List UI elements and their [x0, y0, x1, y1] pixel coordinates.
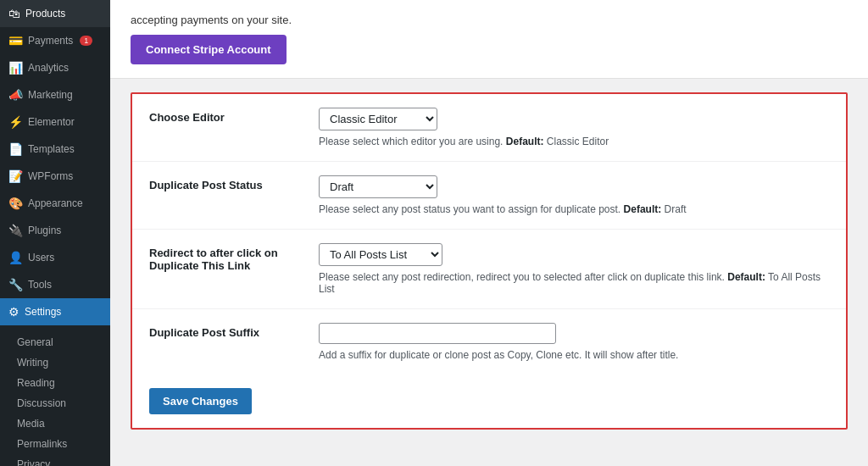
settings-label-duplicate-post-suffix: Duplicate Post Suffix [149, 323, 302, 339]
sidebar-item-tools[interactable]: 🔧Tools [0, 271, 110, 298]
sidebar-item-label-users: Users [28, 252, 54, 264]
sidebar-sub-item-general[interactable]: General [0, 332, 110, 352]
templates-icon: 📄 [8, 142, 23, 156]
sidebar-item-marketing[interactable]: 📣Marketing [0, 81, 110, 108]
sidebar-item-elementor[interactable]: ⚡Elementor [0, 108, 110, 136]
settings-icon: ⚙ [8, 305, 19, 319]
settings-panel: Choose EditorClassic EditorBlock EditorP… [131, 92, 848, 430]
sidebar: 🛍Products💳Payments1📊Analytics📣Marketing⚡… [0, 0, 110, 466]
appearance-icon: 🎨 [8, 197, 23, 210]
plugins-icon: 🔌 [8, 224, 23, 237]
sidebar-item-label-analytics: Analytics [28, 62, 69, 74]
analytics-icon: 📊 [8, 61, 23, 75]
settings-row-redirect-after-duplicate: Redirect to after click on Duplicate Thi… [132, 230, 846, 309]
settings-row-choose-editor: Choose EditorClassic EditorBlock EditorP… [132, 94, 846, 162]
sidebar-item-users[interactable]: 👤Users [0, 244, 110, 271]
settings-desc-duplicate-post-status: Please select any post status you want t… [319, 203, 829, 215]
sidebar-sub-item-reading[interactable]: Reading [0, 373, 110, 393]
products-icon: 🛍 [8, 7, 20, 20]
settings-control-duplicate-post-suffix: Add a suffix for duplicate or clone post… [319, 323, 829, 361]
sidebar-item-label-settings: Settings [25, 306, 61, 318]
settings-desc-redirect-after-duplicate: Please select any post redirection, redi… [319, 271, 829, 295]
settings-label-duplicate-post-status: Duplicate Post Status [149, 175, 302, 191]
sidebar-item-analytics[interactable]: 📊Analytics [0, 54, 110, 81]
choose-editor-select[interactable]: Classic EditorBlock Editor [319, 108, 437, 130]
duplicate-post-status-select[interactable]: DraftPublishedPending [319, 175, 437, 198]
settings-label-choose-editor: Choose Editor [149, 108, 302, 124]
duplicate-post-suffix-input[interactable] [319, 323, 556, 344]
sidebar-sub-item-permalinks[interactable]: Permalinks [0, 434, 110, 454]
sidebar-item-products[interactable]: 🛍Products [0, 0, 110, 27]
stripe-description: accepting payments on your site. [131, 14, 848, 26]
settings-desc-choose-editor: Please select which editor you are using… [319, 136, 829, 147]
marketing-icon: 📣 [8, 88, 23, 102]
save-row: Save Changes [132, 374, 846, 428]
sidebar-item-label-payments: Payments [28, 35, 73, 47]
sidebar-item-label-appearance: Appearance [28, 197, 83, 209]
sidebar-item-label-marketing: Marketing [28, 89, 73, 101]
sidebar-item-label-products: Products [25, 8, 65, 19]
sidebar-sub-item-discussion[interactable]: Discussion [0, 393, 110, 413]
payments-icon: 💳 [8, 34, 23, 47]
settings-label-redirect-after-duplicate: Redirect to after click on Duplicate Thi… [149, 243, 302, 272]
wpforms-icon: 📝 [8, 169, 23, 183]
settings-control-choose-editor: Classic EditorBlock EditorPlease select … [319, 108, 829, 147]
sidebar-item-settings[interactable]: ⚙Settings [0, 298, 110, 325]
sidebar-sub-item-media[interactable]: Media [0, 413, 110, 434]
redirect-after-duplicate-select[interactable]: To All Posts ListTo New Draft [319, 243, 442, 266]
elementor-icon: ⚡ [8, 115, 23, 129]
settings-row-duplicate-post-suffix: Duplicate Post SuffixAdd a suffix for du… [132, 309, 846, 374]
settings-desc-duplicate-post-suffix: Add a suffix for duplicate or clone post… [319, 349, 829, 361]
settings-control-redirect-after-duplicate: To All Posts ListTo New DraftPlease sele… [319, 243, 829, 295]
sidebar-item-label-plugins: Plugins [28, 225, 61, 236]
sidebar-item-plugins[interactable]: 🔌Plugins [0, 217, 110, 244]
sidebar-item-label-elementor: Elementor [28, 116, 75, 128]
stripe-banner: accepting payments on your site. Connect… [110, 0, 868, 79]
sidebar-item-templates[interactable]: 📄Templates [0, 136, 110, 163]
sidebar-item-label-tools: Tools [28, 279, 52, 291]
sidebar-item-label-templates: Templates [28, 143, 75, 155]
connect-stripe-button[interactable]: Connect Stripe Account [131, 35, 287, 64]
main-content: accepting payments on your site. Connect… [110, 0, 868, 466]
tools-icon: 🔧 [8, 278, 23, 291]
settings-control-duplicate-post-status: DraftPublishedPendingPlease select any p… [319, 175, 829, 215]
sidebar-item-wpforms[interactable]: 📝WPForms [0, 163, 110, 190]
sidebar-sub-item-privacy[interactable]: Privacy [0, 454, 110, 466]
payments-badge: 1 [80, 36, 92, 46]
sidebar-sub-item-writing[interactable]: Writing [0, 352, 110, 373]
sidebar-item-label-wpforms: WPForms [28, 170, 73, 182]
save-changes-button[interactable]: Save Changes [149, 388, 252, 414]
users-icon: 👤 [8, 251, 23, 264]
sidebar-item-payments[interactable]: 💳Payments1 [0, 27, 110, 54]
sidebar-item-appearance[interactable]: 🎨Appearance [0, 190, 110, 217]
settings-row-duplicate-post-status: Duplicate Post StatusDraftPublishedPendi… [132, 162, 846, 230]
